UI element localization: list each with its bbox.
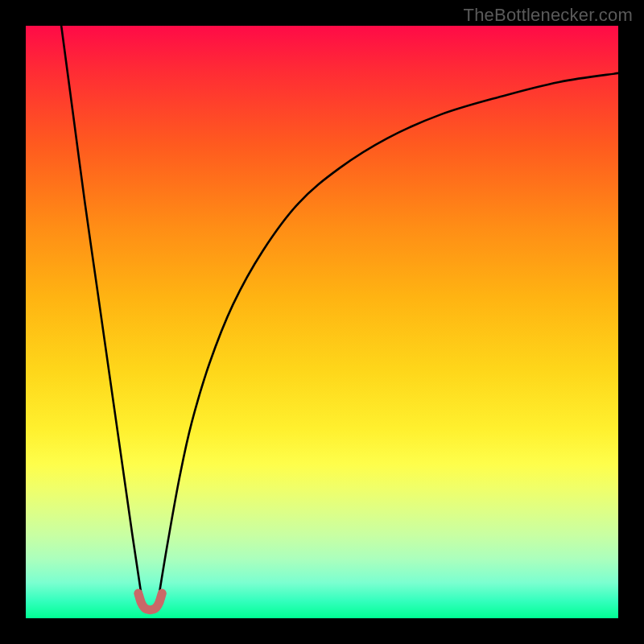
- watermark-text: TheBottlenecker.com: [464, 5, 633, 26]
- chart-frame: TheBottlenecker.com: [0, 0, 644, 644]
- bottleneck-curve-right: [159, 73, 618, 595]
- minimum-marker: [138, 593, 162, 610]
- plot-area: [26, 26, 618, 618]
- bottleneck-curve-left: [61, 26, 141, 595]
- curve-layer: [26, 26, 618, 618]
